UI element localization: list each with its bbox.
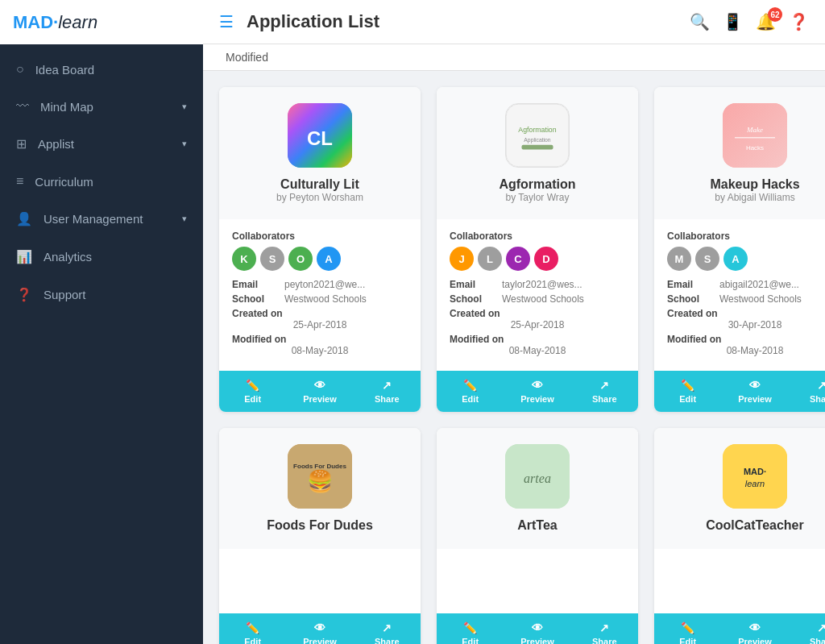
app-card-artea: artea ArtTea ✏️ Edit 👁 Preview: [437, 428, 638, 644]
svg-rect-5: [522, 145, 553, 150]
edit-button[interactable]: ✏️ Edit: [654, 371, 721, 412]
collaborators-row: K S O A: [232, 247, 408, 271]
app-name: Agformation: [499, 177, 575, 192]
created-on-label: Created on: [232, 308, 283, 319]
sidebar: MAD· learn ○ Idea Board 〰 Mind Map ▾ ⊞ A…: [0, 0, 203, 644]
app-icon-makeup-hacks: Make Hacks: [723, 103, 787, 168]
email-label: Email: [232, 279, 284, 290]
card-actions: ✏️ Edit 👁 Preview ↗ Share: [219, 371, 421, 412]
eye-icon: 👁: [314, 379, 325, 392]
svg-text:Agformation: Agformation: [518, 126, 556, 134]
sidebar-item-label: User Management: [44, 212, 143, 226]
share-button[interactable]: ↗ Share: [789, 613, 825, 644]
sidebar-item-label: Mind Map: [40, 100, 93, 114]
avatar: K: [232, 247, 256, 271]
created-on-value: 30-Apr-2018: [667, 319, 825, 330]
preview-button[interactable]: 👁 Preview: [286, 613, 353, 644]
sidebar-item-applist[interactable]: ⊞ Applist ▾: [0, 125, 203, 163]
card-actions: ✏️ Edit 👁 Preview ↗ Share: [437, 371, 638, 412]
email-row: Email abigail2021@we...: [667, 279, 825, 290]
notifications-icon[interactable]: 🔔 62: [756, 12, 776, 31]
svg-text:artea: artea: [524, 472, 551, 485]
edit-button[interactable]: ✏️ Edit: [219, 371, 286, 412]
share-icon: ↗: [817, 379, 825, 392]
avatar: S: [260, 247, 284, 271]
collaborators-label: Collaborators: [232, 231, 408, 242]
avatar: A: [317, 247, 341, 271]
share-icon: ↗: [599, 379, 609, 392]
chevron-down-icon: ▾: [182, 214, 187, 224]
preview-button[interactable]: 👁 Preview: [504, 613, 570, 644]
topbar-left: ☰ Application List: [219, 11, 379, 32]
sidebar-item-label: Analytics: [44, 250, 92, 264]
page-title: Application List: [247, 11, 379, 32]
share-button[interactable]: ↗ Share: [354, 613, 421, 644]
chevron-down-icon: ▾: [182, 102, 187, 112]
modified-on-block: Modified on 08-May-2018: [450, 334, 625, 356]
preview-button[interactable]: 👁 Preview: [721, 371, 788, 412]
created-on-block: Created on 25-Apr-2018: [232, 308, 408, 330]
app-name: CoolCatTeacher: [706, 518, 804, 533]
download-icon[interactable]: 📱: [723, 12, 743, 31]
sidebar-item-analytics[interactable]: 📊 Analytics: [0, 238, 203, 276]
edit-button[interactable]: ✏️ Edit: [437, 613, 504, 644]
card-actions: ✏️ Edit 👁 Preview ↗ Share: [654, 613, 825, 644]
share-button[interactable]: ↗ Share: [789, 371, 825, 412]
edit-icon: ✏️: [246, 621, 259, 634]
avatar: O: [288, 247, 313, 271]
preview-button[interactable]: 👁 Preview: [286, 371, 353, 412]
share-button[interactable]: ↗ Share: [571, 613, 638, 644]
share-icon: ↗: [817, 621, 825, 634]
eye-icon: 👁: [314, 621, 325, 634]
app-name: Foods For Dudes: [267, 518, 373, 533]
avatar: M: [667, 247, 691, 271]
card-top: MAD· learn CoolCatTeacher: [654, 428, 825, 549]
sidebar-item-user-management[interactable]: 👤 User Management ▾: [0, 200, 203, 238]
idea-board-icon: ○: [16, 62, 24, 77]
sidebar-item-label: Support: [44, 288, 86, 301]
logo: MAD· learn: [0, 0, 203, 44]
sidebar-item-label: Applist: [38, 137, 74, 151]
eye-icon: 👁: [749, 621, 761, 634]
hamburger-icon[interactable]: ☰: [219, 12, 234, 31]
email-row: Email taylor2021@wes...: [450, 279, 625, 290]
curriculum-icon: ≡: [16, 174, 23, 189]
sidebar-nav: ○ Idea Board 〰 Mind Map ▾ ⊞ Applist ▾ ≡ …: [0, 51, 203, 314]
edit-icon: ✏️: [681, 621, 694, 634]
edit-button[interactable]: ✏️ Edit: [654, 613, 721, 644]
created-on-label: Created on: [667, 308, 718, 319]
edit-button[interactable]: ✏️ Edit: [219, 613, 286, 644]
preview-button[interactable]: 👁 Preview: [721, 613, 788, 644]
collaborators-label: Collaborators: [667, 231, 825, 242]
share-button[interactable]: ↗ Share: [354, 371, 421, 412]
logo-learn: learn: [58, 12, 97, 33]
share-icon: ↗: [382, 379, 392, 392]
search-icon[interactable]: 🔍: [690, 12, 710, 31]
svg-text:CL: CL: [307, 127, 333, 149]
filter-bar: Modified: [203, 44, 825, 71]
support-icon: ❓: [16, 287, 32, 302]
help-icon[interactable]: ❓: [789, 12, 809, 31]
sidebar-item-idea-board[interactable]: ○ Idea Board: [0, 51, 203, 88]
school-label: School: [450, 293, 502, 305]
share-button[interactable]: ↗ Share: [571, 371, 638, 412]
topbar: ☰ Application List 🔍 📱 🔔 62 ❓: [203, 0, 825, 44]
card-top: Make Hacks Makeup Hacks by Abigail Willi…: [654, 87, 825, 219]
edit-button[interactable]: ✏️ Edit: [437, 371, 504, 412]
sidebar-item-curriculum[interactable]: ≡ Curriculum: [0, 163, 203, 200]
preview-button[interactable]: 👁 Preview: [504, 371, 570, 412]
logo-mad: MAD·: [13, 12, 58, 33]
school-value: Westwood Schools: [502, 293, 584, 305]
app-by: by Taylor Wray: [506, 192, 570, 203]
sidebar-item-support[interactable]: ❓ Support: [0, 276, 203, 314]
app-icon-culturally-lit: CL: [288, 103, 352, 168]
svg-text:learn: learn: [745, 479, 765, 488]
school-label: School: [667, 293, 719, 305]
created-on-label: Created on: [450, 308, 500, 319]
app-card-makeup-hacks: Make Hacks Makeup Hacks by Abigail Willi…: [654, 87, 825, 412]
card-details: Collaborators J L C D Email taylor2021@w…: [437, 219, 638, 371]
notification-badge: 62: [768, 7, 782, 22]
edit-icon: ✏️: [463, 379, 477, 392]
edit-icon: ✏️: [681, 379, 694, 392]
sidebar-item-mind-map[interactable]: 〰 Mind Map ▾: [0, 88, 203, 125]
